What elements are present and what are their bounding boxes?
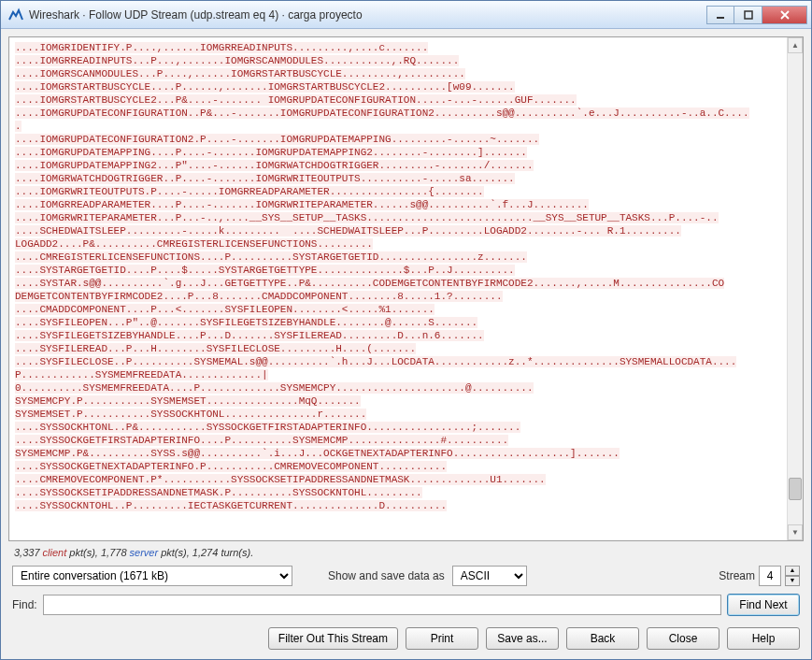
svg-rect-0 <box>717 17 724 19</box>
stream-text-box: ....IOMGRIDENTIFY.P....,......IOMGRREADI… <box>8 36 804 541</box>
find-label: Find: <box>12 598 37 611</box>
scroll-up-button[interactable]: ▲ <box>788 37 803 53</box>
save-as-button[interactable]: Save as... <box>486 627 559 650</box>
button-row: Filter Out This Stream Print Save as... … <box>8 622 804 652</box>
close-icon <box>780 10 790 20</box>
stream-number-input[interactable] <box>759 566 781 586</box>
window-title: Wireshark · Follow UDP Stream (udp.strea… <box>29 8 706 22</box>
minimize-button[interactable] <box>706 6 734 24</box>
svg-rect-1 <box>745 11 752 19</box>
scroll-down-button[interactable]: ▼ <box>788 524 803 540</box>
help-button[interactable]: Help <box>727 627 800 650</box>
maximize-button[interactable] <box>734 6 762 24</box>
stream-content[interactable]: ....IOMGRIDENTIFY.P....,......IOMGRREADI… <box>15 41 801 537</box>
controls-row: Entire conversation (1671 kB) Show and s… <box>8 564 804 588</box>
show-save-label: Show and save data as <box>328 569 445 582</box>
print-button[interactable]: Print <box>406 627 478 650</box>
close-button[interactable] <box>762 6 807 24</box>
close-dialog-button[interactable]: Close <box>647 627 719 650</box>
back-button[interactable]: Back <box>566 627 639 650</box>
titlebar: Wireshark · Follow UDP Stream (udp.strea… <box>1 1 811 29</box>
packet-info-line: 3,337 client pkt(s), 1,778 server pkt(s)… <box>8 545 804 560</box>
minimize-icon <box>716 10 725 20</box>
find-next-button[interactable]: Find Next <box>727 594 800 616</box>
data-format-select[interactable]: ASCII <box>452 566 527 586</box>
stream-down-button[interactable]: ▼ <box>785 576 800 586</box>
wireshark-icon <box>8 7 23 22</box>
conversation-select[interactable]: Entire conversation (1671 kB) <box>12 566 292 586</box>
scroll-thumb[interactable] <box>789 478 802 500</box>
vertical-scrollbar[interactable]: ▲ ▼ <box>787 37 803 540</box>
stream-spinner: Stream ▲ ▼ <box>719 566 800 586</box>
window: Wireshark · Follow UDP Stream (udp.strea… <box>0 0 812 660</box>
find-input[interactable] <box>43 595 721 615</box>
filter-out-button[interactable]: Filter Out This Stream <box>268 627 398 650</box>
content-area: ....IOMGRIDENTIFY.P....,......IOMGRREADI… <box>1 29 811 659</box>
stream-label: Stream <box>719 569 755 582</box>
stream-up-button[interactable]: ▲ <box>785 566 800 576</box>
window-controls <box>706 6 807 24</box>
find-row: Find: Find Next <box>8 592 804 618</box>
scroll-track[interactable] <box>788 53 803 524</box>
maximize-icon <box>744 10 753 20</box>
